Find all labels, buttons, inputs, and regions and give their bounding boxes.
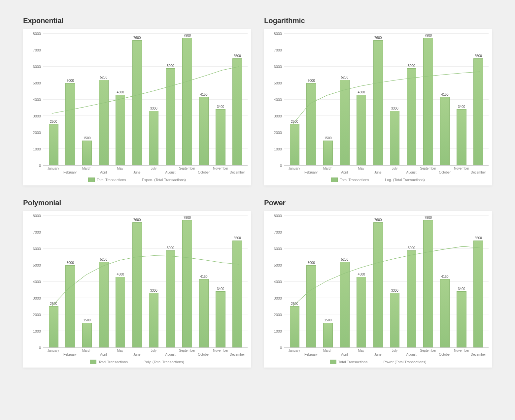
bar: 5900	[403, 216, 420, 347]
bar: 3400	[453, 216, 470, 347]
y-tick: 0	[39, 346, 41, 350]
bar: 3300	[145, 216, 162, 347]
bar-value-label: 3300	[391, 289, 398, 292]
bar-rect	[116, 95, 125, 165]
bar-rect	[390, 111, 399, 165]
bar-value-label: 5200	[341, 258, 348, 261]
bar-rect	[99, 262, 108, 347]
y-tick: 2000	[33, 313, 41, 317]
x-tick: July	[386, 348, 403, 358]
bar: 6500	[229, 216, 246, 347]
bar: 3300	[145, 34, 162, 165]
y-tick: 3000	[274, 296, 282, 300]
bar: 7900	[420, 216, 437, 347]
y-tick: 1000	[274, 147, 282, 151]
y-tick: 1000	[33, 147, 41, 151]
chart-title: Logarithmic	[264, 16, 492, 25]
x-tick: October	[195, 348, 212, 358]
bar-rect	[457, 291, 466, 347]
x-tick: March	[78, 348, 95, 358]
bar-rect	[99, 80, 108, 165]
bar-rect	[357, 277, 366, 347]
bar-rect	[473, 241, 483, 347]
bar: 2500	[286, 216, 303, 347]
bar-rect	[290, 124, 299, 165]
x-tick: April	[95, 348, 112, 358]
bar-rect	[82, 141, 92, 165]
bar-rect	[407, 68, 416, 165]
bar: 5000	[303, 34, 320, 165]
bar: 5000	[62, 34, 79, 165]
bar: 7900	[179, 216, 196, 347]
bar-value-label: 4150	[441, 93, 448, 96]
x-tick: July	[145, 348, 162, 358]
bar-value-label: 5900	[408, 64, 415, 68]
bar-value-label: 1500	[324, 318, 331, 322]
y-tick: 5000	[33, 263, 41, 267]
bar-value-label: 2500	[50, 302, 57, 306]
bar-rect	[390, 293, 399, 347]
legend-item-series: Total Transactions	[90, 360, 128, 364]
chart-area: 0100020003000400050006000700080002500500…	[267, 34, 489, 166]
y-tick: 7000	[33, 48, 41, 52]
bar: 5200	[336, 216, 353, 347]
x-tick: December	[470, 348, 487, 358]
bar-rect	[340, 80, 349, 165]
plot-region: 2500500015005200430076003300590079004150…	[43, 216, 248, 348]
bar-value-label: 6500	[475, 236, 482, 240]
chart-card: 0100020003000400050006000700080002500500…	[264, 29, 492, 185]
x-tick: February	[62, 348, 79, 358]
bar: 4300	[112, 216, 129, 347]
bar: 5900	[162, 216, 179, 347]
chart-card: 0100020003000400050006000700080002500500…	[23, 29, 251, 185]
y-tick: 7000	[274, 230, 282, 234]
x-tick: December	[229, 348, 246, 358]
y-tick: 8000	[33, 32, 41, 36]
x-tick: May	[112, 166, 129, 176]
chart-panel-polymonial: Polymonial010002000300040005000600070008…	[23, 199, 251, 368]
x-tick: March	[319, 166, 336, 176]
legend-label-trend: Expon. (Total Transactions)	[142, 178, 186, 182]
chart-panel-exponential: Exponential01000200030004000500060007000…	[23, 16, 251, 185]
bars-container: 2500500015005200430076003300590079004150…	[43, 216, 248, 347]
bar-value-label: 7900	[184, 216, 191, 219]
y-tick: 1000	[33, 329, 41, 333]
plot-region: 2500500015005200430076003300590079004150…	[284, 34, 489, 166]
bar-rect	[306, 83, 316, 165]
bar-value-label: 7900	[425, 216, 432, 219]
bar: 1500	[320, 34, 336, 165]
bar-value-label: 5200	[341, 76, 348, 79]
bar-rect	[423, 220, 433, 347]
bar-rect	[149, 293, 158, 347]
x-tick: August	[403, 348, 420, 358]
bar-value-label: 3300	[150, 107, 157, 110]
y-tick: 2000	[274, 313, 282, 317]
bar: 5200	[95, 34, 112, 165]
bar-value-label: 5000	[67, 79, 74, 82]
legend-swatch-line	[134, 362, 142, 362]
legend-label-trend: Poly. (Total Transactions)	[144, 360, 184, 364]
legend-swatch-box	[330, 360, 336, 364]
bar-rect	[116, 277, 125, 347]
x-tick: November	[212, 166, 229, 176]
bar-value-label: 7900	[425, 34, 432, 37]
y-tick: 2000	[274, 131, 282, 135]
legend-label-series: Total Transactions	[98, 360, 128, 364]
legend-item-series: Total Transactions	[88, 178, 126, 182]
y-tick: 3000	[274, 114, 282, 118]
chart-panel-logarithmic: Logarithmic01000200030004000500060007000…	[264, 16, 492, 185]
bar-rect	[82, 323, 92, 347]
bar-value-label: 1500	[324, 136, 331, 140]
bar-value-label: 1500	[83, 136, 90, 140]
x-tick: August	[162, 166, 179, 176]
bar-value-label: 3300	[150, 289, 157, 292]
y-tick: 5000	[274, 263, 282, 267]
bar-value-label: 7900	[184, 34, 191, 37]
x-tick: August	[403, 166, 420, 176]
x-axis: JanuaryFebruaryMarchAprilMayJuneJulyAugu…	[267, 166, 489, 176]
x-tick: May	[353, 166, 370, 176]
bar-value-label: 4150	[441, 275, 448, 278]
plot-region: 2500500015005200430076003300590079004150…	[284, 216, 489, 348]
bar-rect	[423, 38, 433, 165]
bar-rect	[323, 323, 333, 347]
